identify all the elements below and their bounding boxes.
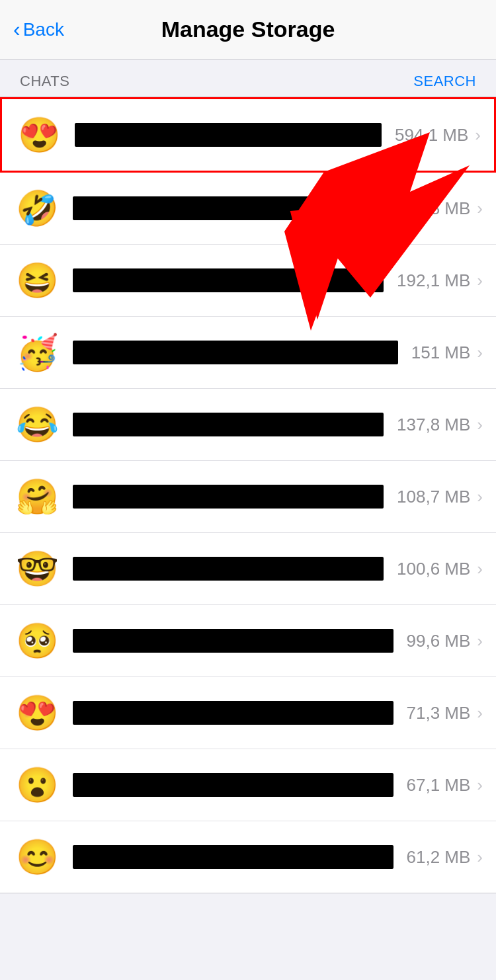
- chat-name-redacted: [73, 557, 384, 581]
- chat-list-item[interactable]: 🤓 100,6 MB ›: [0, 533, 496, 605]
- chat-emoji: 🤗: [13, 473, 61, 520]
- nav-bar: ‹ Back Manage Storage: [0, 0, 496, 60]
- chat-list-item[interactable]: 🥺 99,6 MB ›: [0, 605, 496, 677]
- chevron-right-icon: ›: [477, 487, 483, 507]
- chat-emoji: 🤓: [13, 545, 61, 592]
- chat-name-redacted: [73, 413, 384, 436]
- chevron-right-icon: ›: [477, 559, 483, 579]
- chat-emoji: 😮: [13, 761, 61, 809]
- chat-list-item[interactable]: 🤗 108,7 MB ›: [0, 461, 496, 533]
- chat-list-item[interactable]: 😍 594,1 MB ›: [0, 97, 496, 173]
- chat-emoji: 🥳: [13, 329, 61, 376]
- section-label: CHATS: [20, 73, 69, 90]
- chat-size: 151 MB: [411, 343, 471, 363]
- chevron-right-icon: ›: [477, 270, 483, 291]
- search-button[interactable]: SEARCH: [413, 73, 476, 90]
- chat-list: 😍 594,1 MB › 🤣 382,8 MB › 😆 192,1 MB › 🥳…: [0, 97, 496, 893]
- chevron-right-icon: ›: [477, 703, 483, 723]
- chat-name-redacted: [73, 341, 398, 364]
- chat-name-redacted: [75, 123, 382, 147]
- chat-name-redacted: [73, 485, 384, 509]
- chat-size: 594,1 MB: [395, 125, 468, 145]
- chevron-right-icon: ›: [477, 198, 483, 219]
- chat-list-item[interactable]: 😆 192,1 MB ›: [0, 245, 496, 317]
- page-title: Manage Storage: [161, 17, 335, 42]
- chat-name-redacted: [73, 845, 393, 869]
- section-header: CHATS SEARCH: [0, 60, 496, 97]
- chat-size: 61,2 MB: [407, 847, 471, 868]
- chat-name-redacted: [73, 773, 393, 797]
- chat-name-redacted: [73, 701, 393, 725]
- chat-list-item[interactable]: 😊 61,2 MB ›: [0, 821, 496, 893]
- chat-size: 382,8 MB: [397, 198, 470, 219]
- chat-list-item[interactable]: 🤣 382,8 MB ›: [0, 173, 496, 245]
- chat-size: 99,6 MB: [407, 631, 471, 651]
- chevron-right-icon: ›: [477, 775, 483, 796]
- back-button[interactable]: ‹ Back: [13, 19, 64, 40]
- chat-emoji: 😊: [13, 833, 61, 881]
- chat-size: 137,8 MB: [397, 415, 470, 435]
- chevron-right-icon: ›: [477, 343, 483, 363]
- chevron-right-icon: ›: [477, 415, 483, 435]
- chat-emoji: 😆: [13, 257, 61, 304]
- chat-name-redacted: [73, 196, 384, 220]
- chevron-right-icon: ›: [477, 847, 483, 868]
- back-label: Back: [23, 19, 64, 40]
- chat-size: 71,3 MB: [407, 703, 471, 723]
- chat-name-redacted: [73, 268, 384, 292]
- chat-emoji: 😍: [15, 111, 63, 159]
- chat-list-item[interactable]: 😍 71,3 MB ›: [0, 677, 496, 749]
- chevron-right-icon: ›: [475, 125, 481, 145]
- chat-list-item[interactable]: 🥳 151 MB ›: [0, 317, 496, 389]
- chat-emoji: 😍: [13, 689, 61, 737]
- chevron-right-icon: ›: [477, 631, 483, 651]
- chat-size: 192,1 MB: [397, 270, 470, 291]
- back-chevron-icon: ‹: [13, 19, 21, 40]
- chat-size: 100,6 MB: [397, 559, 470, 579]
- chat-list-item[interactable]: 😮 67,1 MB ›: [0, 749, 496, 821]
- chat-emoji: 🥺: [13, 617, 61, 665]
- chat-list-item[interactable]: 😂 137,8 MB ›: [0, 389, 496, 461]
- chat-size: 108,7 MB: [397, 487, 470, 507]
- chat-name-redacted: [73, 629, 393, 653]
- chat-emoji: 🤣: [13, 184, 61, 232]
- chat-size: 67,1 MB: [407, 775, 471, 796]
- chat-emoji: 😂: [13, 401, 61, 448]
